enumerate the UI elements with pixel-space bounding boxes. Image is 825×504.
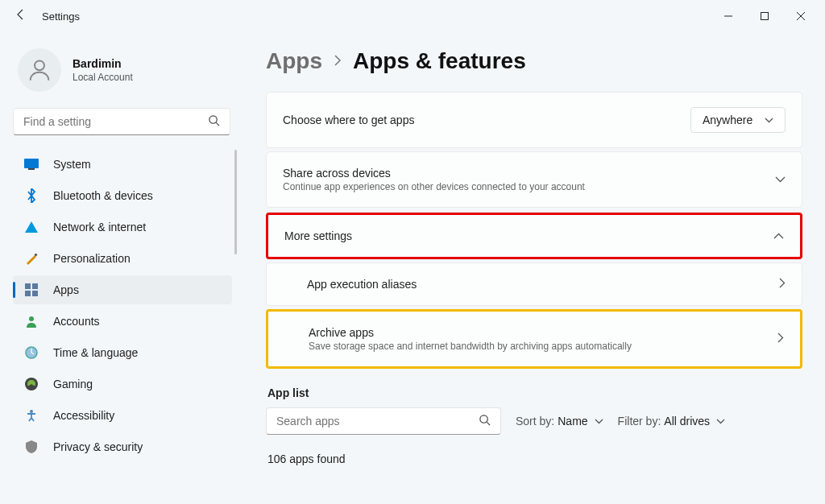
- personalization-icon: [24, 251, 39, 266]
- nav-label: System: [53, 158, 91, 171]
- title-bar: Settings: [0, 0, 825, 32]
- content-area: Apps Apps & features Choose where to get…: [242, 32, 825, 504]
- card-title: Archive apps: [309, 326, 632, 339]
- system-icon: [24, 157, 39, 171]
- search-box[interactable]: [13, 108, 230, 135]
- svg-rect-8: [28, 168, 35, 170]
- filters-row: Sort by: Name Filter by: All drives: [266, 407, 802, 435]
- nav-label: Accessibility: [53, 409, 114, 422]
- card-title: Share across devices: [283, 167, 585, 180]
- accessibility-icon: [24, 408, 39, 423]
- apps-source-dropdown[interactable]: Anywhere: [690, 107, 786, 133]
- sort-value: Name: [558, 415, 587, 428]
- nav-label: Gaming: [53, 378, 93, 390]
- back-button[interactable]: [15, 8, 27, 24]
- filter-value: All drives: [664, 415, 710, 428]
- chevron-right-icon: [777, 333, 784, 345]
- user-name: Bardimin: [73, 57, 133, 70]
- card-subtitle: Continue app experiences on other device…: [283, 181, 585, 192]
- close-button[interactable]: [782, 4, 819, 28]
- card-title: App execution aliases: [307, 278, 417, 291]
- svg-point-5: [209, 115, 217, 122]
- svg-point-19: [480, 415, 487, 422]
- nav-list: System Bluetooth & devices Network & int…: [13, 150, 235, 461]
- chevron-right-icon: [779, 278, 786, 291]
- chevron-down-icon: [765, 114, 773, 126]
- svg-rect-11: [32, 283, 38, 289]
- breadcrumb: Apps Apps & features: [266, 48, 802, 74]
- sidebar-item-accessibility[interactable]: Accessibility: [13, 401, 232, 430]
- svg-rect-12: [25, 291, 31, 296]
- app-search-input[interactable]: [276, 415, 479, 428]
- search-input[interactable]: [23, 115, 208, 128]
- chevron-up-icon: [773, 230, 784, 242]
- svg-point-4: [35, 60, 44, 70]
- accounts-icon: [24, 314, 39, 328]
- card-subtitle: Save storage space and internet bandwidt…: [309, 341, 632, 352]
- more-settings-card[interactable]: More settings: [266, 213, 802, 259]
- sidebar-item-personalization[interactable]: Personalization: [13, 244, 232, 273]
- card-title: More settings: [284, 229, 352, 242]
- breadcrumb-parent[interactable]: Apps: [266, 48, 322, 74]
- nav-label: Network & internet: [53, 221, 146, 233]
- svg-point-14: [29, 316, 34, 321]
- nav-label: Privacy & security: [53, 440, 143, 453]
- sidebar-item-time[interactable]: Time & language: [13, 338, 232, 367]
- sidebar-item-privacy[interactable]: Privacy & security: [13, 432, 232, 461]
- nav-label: Time & language: [53, 346, 138, 359]
- svg-line-20: [487, 422, 490, 425]
- nav-label: Apps: [53, 283, 79, 296]
- sidebar-item-gaming[interactable]: Gaming: [13, 370, 232, 399]
- share-devices-card[interactable]: Share across devices Continue app experi…: [266, 151, 802, 208]
- filter-dropdown[interactable]: Filter by: All drives: [618, 415, 725, 428]
- sidebar-item-system[interactable]: System: [13, 150, 232, 179]
- svg-point-18: [30, 410, 33, 413]
- sidebar-item-apps[interactable]: Apps: [13, 275, 232, 304]
- card-title: Choose where to get apps: [283, 114, 414, 126]
- svg-rect-1: [761, 13, 768, 20]
- sort-dropdown[interactable]: Sort by: Name: [516, 415, 603, 428]
- apps-icon: [24, 283, 39, 297]
- chevron-right-icon: [334, 53, 342, 70]
- sort-label: Sort by:: [516, 415, 554, 428]
- archive-apps-card[interactable]: Archive apps Save storage space and inte…: [266, 309, 802, 369]
- bluetooth-icon: [24, 188, 39, 203]
- nav-label: Personalization: [53, 252, 131, 265]
- chevron-down-icon: [595, 415, 603, 427]
- svg-rect-7: [24, 159, 39, 168]
- scroll-indicator[interactable]: [234, 150, 237, 254]
- chevron-down-icon: [775, 174, 786, 185]
- breadcrumb-current: Apps & features: [353, 48, 526, 74]
- time-icon: [24, 345, 39, 360]
- svg-line-6: [216, 122, 219, 126]
- app-list-title: App list: [267, 386, 802, 399]
- avatar: [18, 48, 61, 92]
- privacy-icon: [24, 440, 39, 454]
- sidebar-item-bluetooth[interactable]: Bluetooth & devices: [13, 181, 232, 210]
- user-account-type: Local Account: [73, 72, 133, 83]
- svg-rect-10: [25, 283, 31, 289]
- dropdown-value: Anywhere: [703, 114, 752, 126]
- chevron-down-icon: [716, 415, 725, 427]
- maximize-button[interactable]: [746, 4, 782, 28]
- minimize-button[interactable]: [710, 4, 746, 28]
- filter-label: Filter by:: [618, 415, 661, 428]
- nav-label: Accounts: [53, 315, 100, 328]
- choose-apps-card[interactable]: Choose where to get apps Anywhere: [266, 92, 802, 148]
- svg-rect-13: [32, 291, 38, 296]
- app-search-box[interactable]: [266, 407, 501, 435]
- network-icon: [24, 220, 39, 234]
- apps-count: 106 apps found: [267, 452, 802, 465]
- sidebar-item-network[interactable]: Network & internet: [13, 213, 232, 242]
- window-title: Settings: [42, 10, 80, 23]
- sidebar: Bardimin Local Account System Bluetooth …: [0, 32, 242, 504]
- gaming-icon: [24, 377, 39, 391]
- nav-label: Bluetooth & devices: [53, 189, 153, 202]
- search-icon: [208, 114, 220, 130]
- sidebar-item-accounts[interactable]: Accounts: [13, 307, 232, 336]
- app-execution-card[interactable]: App execution aliases: [266, 262, 802, 306]
- user-profile[interactable]: Bardimin Local Account: [13, 40, 235, 108]
- search-icon: [479, 414, 491, 429]
